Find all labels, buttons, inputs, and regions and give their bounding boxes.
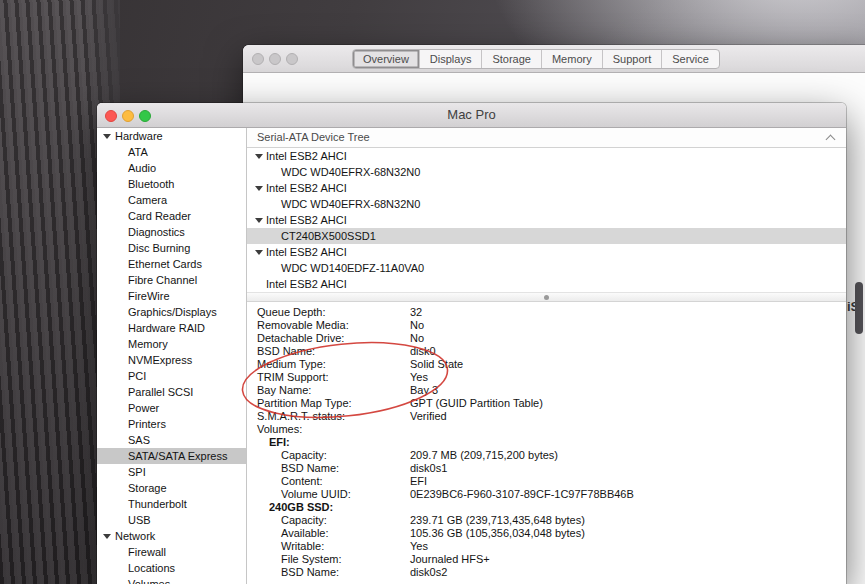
tree-row-intel-esb2-ahci[interactable]: Intel ESB2 AHCI xyxy=(247,148,846,164)
sidebar-item-camera[interactable]: Camera xyxy=(97,192,246,208)
sidebar-section-hardware[interactable]: Hardware xyxy=(97,128,246,144)
detail-value: 105.36 GB (105,356,034,048 bytes) xyxy=(410,527,585,540)
sidebar-item-graphics-displays[interactable]: Graphics/Displays xyxy=(97,304,246,320)
tab-displays[interactable]: Displays xyxy=(420,50,483,68)
details-pane[interactable]: Queue Depth:32Removable Media:NoDetachab… xyxy=(247,302,846,579)
close-button[interactable] xyxy=(105,110,117,122)
sidebar-list[interactable]: HardwareATAAudioBluetoothCameraCard Read… xyxy=(97,128,247,584)
sidebar-item-thunderbolt[interactable]: Thunderbolt xyxy=(97,496,246,512)
sidebar-item-usb[interactable]: USB xyxy=(97,512,246,528)
tab-support[interactable]: Support xyxy=(603,50,663,68)
sidebar-item-sas[interactable]: SAS xyxy=(97,432,246,448)
detail-value: No xyxy=(410,332,424,345)
sidebar-item-storage[interactable]: Storage xyxy=(97,480,246,496)
sidebar-item-bluetooth[interactable]: Bluetooth xyxy=(97,176,246,192)
titlebar[interactable]: Mac Pro xyxy=(97,103,846,128)
sidebar-item-locations[interactable]: Locations xyxy=(97,560,246,576)
tree-row-wdc-wd140edfz-11a0va0[interactable]: WDC WD140EDFZ-11A0VA0 xyxy=(247,260,846,276)
sidebar-section-network[interactable]: Network xyxy=(97,528,246,544)
sidebar-item-volumes[interactable]: Volumes xyxy=(97,576,246,584)
device-tree-title: Serial-ATA Device Tree xyxy=(257,131,370,143)
pane-splitter[interactable] xyxy=(247,292,846,302)
detail-value: Yes xyxy=(410,540,428,553)
zoom-button[interactable] xyxy=(139,110,151,122)
sidebar-item-ethernet-cards[interactable]: Ethernet Cards xyxy=(97,256,246,272)
detail-row-s-m-a-r-t-status: S.M.A.R.T. status:Verified xyxy=(247,410,846,423)
detail-label: Writable: xyxy=(247,540,846,553)
sidebar-item-parallel-scsi[interactable]: Parallel SCSI xyxy=(97,384,246,400)
sidebar-item-pci[interactable]: PCI xyxy=(97,368,246,384)
sidebar-item-card-reader[interactable]: Card Reader xyxy=(97,208,246,224)
sidebar-item-printers[interactable]: Printers xyxy=(97,416,246,432)
minimize-button[interactable] xyxy=(122,110,134,122)
tree-row-wdc-wd40efrx-68n32n0[interactable]: WDC WD40EFRX-68N32N0 xyxy=(247,164,846,180)
sidebar-item-diagnostics[interactable]: Diagnostics xyxy=(97,224,246,240)
disclosure-triangle-icon[interactable] xyxy=(103,534,111,539)
device-tree-header: Serial-ATA Device Tree xyxy=(247,128,846,148)
detail-value: disk0s2 xyxy=(410,566,447,579)
detail-row-bsd-name: BSD Name:disk0 xyxy=(247,345,846,358)
detail-value: Bay 3 xyxy=(410,384,438,397)
detail-row-trim-support: TRIM Support:Yes xyxy=(247,371,846,384)
detail-row-capacity: Capacity:239.71 GB (239,713,435,648 byte… xyxy=(247,514,846,527)
detail-label: File System: xyxy=(247,553,846,566)
system-information-window: Mac Pro HardwareATAAudioBluetoothCameraC… xyxy=(97,103,846,584)
sidebar-item-hardware-raid[interactable]: Hardware RAID xyxy=(97,320,246,336)
zoom-button[interactable] xyxy=(286,53,298,65)
detail-row-removable-media: Removable Media:No xyxy=(247,319,846,332)
sidebar-item-nvmexpress[interactable]: NVMExpress xyxy=(97,352,246,368)
detail-row-bsd-name: BSD Name:disk0s2 xyxy=(247,566,846,579)
sidebar-item-label: FireWire xyxy=(128,288,170,304)
disclosure-triangle-icon[interactable] xyxy=(255,218,263,223)
minimize-button[interactable] xyxy=(269,53,281,65)
about-titlebar[interactable]: OverviewDisplaysStorageMemorySupportServ… xyxy=(243,45,865,73)
detail-value: disk0s1 xyxy=(410,462,447,475)
detail-value: Verified xyxy=(410,410,447,423)
tab-overview[interactable]: Overview xyxy=(353,50,420,68)
tree-row-intel-esb2-ahci[interactable]: Intel ESB2 AHCI xyxy=(247,244,846,260)
detail-row-detachable-drive: Detachable Drive:No xyxy=(247,332,846,345)
detail-value: GPT (GUID Partition Table) xyxy=(410,397,543,410)
sidebar-item-audio[interactable]: Audio xyxy=(97,160,246,176)
detail-label: BSD Name: xyxy=(247,345,846,358)
collapse-chevron-icon[interactable] xyxy=(826,135,836,145)
tree-row-intel-esb2-ahci[interactable]: Intel ESB2 AHCI xyxy=(247,212,846,228)
device-tree-list[interactable]: Intel ESB2 AHCIWDC WD40EFRX-68N32N0Intel… xyxy=(247,148,846,292)
detail-row-partition-map-type: Partition Map Type:GPT (GUID Partition T… xyxy=(247,397,846,410)
disclosure-triangle-icon[interactable] xyxy=(255,154,263,159)
tree-row-wdc-wd40efrx-68n32n0[interactable]: WDC WD40EFRX-68N32N0 xyxy=(247,196,846,212)
detail-label: Detachable Drive: xyxy=(247,332,846,345)
detail-row-capacity: Capacity:209.7 MB (209,715,200 bytes) xyxy=(247,449,846,462)
sidebar-item-label: Thunderbolt xyxy=(128,496,187,512)
disclosure-triangle-icon[interactable] xyxy=(103,134,111,139)
about-toolbar-tabs: OverviewDisplaysStorageMemorySupportServ… xyxy=(352,49,720,69)
sidebar-item-spi[interactable]: SPI xyxy=(97,464,246,480)
sidebar-item-label: ATA xyxy=(128,144,148,160)
tree-row-intel-esb2-ahci[interactable]: Intel ESB2 AHCI xyxy=(247,276,846,292)
sidebar-item-ata[interactable]: ATA xyxy=(97,144,246,160)
sidebar-item-power[interactable]: Power xyxy=(97,400,246,416)
tab-storage[interactable]: Storage xyxy=(482,50,542,68)
scrollbar-thumb[interactable] xyxy=(855,282,863,334)
tree-row-ct240bx500ssd1[interactable]: CT240BX500SSD1 xyxy=(247,228,846,244)
tree-row-label: WDC WD40EFRX-68N32N0 xyxy=(281,164,420,180)
close-button[interactable] xyxy=(252,53,264,65)
sidebar-item-label: Camera xyxy=(128,192,167,208)
window-title: Mac Pro xyxy=(97,103,846,127)
sidebar-item-disc-burning[interactable]: Disc Burning xyxy=(97,240,246,256)
tab-service[interactable]: Service xyxy=(662,50,719,68)
sidebar-item-firewire[interactable]: FireWire xyxy=(97,288,246,304)
tree-row-label: Intel ESB2 AHCI xyxy=(266,244,347,260)
sidebar-item-fibre-channel[interactable]: Fibre Channel xyxy=(97,272,246,288)
sidebar-item-label: Audio xyxy=(128,160,156,176)
sidebar-item-firewall[interactable]: Firewall xyxy=(97,544,246,560)
tree-row-intel-esb2-ahci[interactable]: Intel ESB2 AHCI xyxy=(247,180,846,196)
sidebar-item-memory[interactable]: Memory xyxy=(97,336,246,352)
disclosure-triangle-icon[interactable] xyxy=(255,186,263,191)
detail-value: EFI xyxy=(410,475,427,488)
disclosure-triangle-icon[interactable] xyxy=(255,250,263,255)
sidebar-item-sata-sata-express[interactable]: SATA/SATA Express xyxy=(97,448,246,464)
tab-memory[interactable]: Memory xyxy=(542,50,603,68)
sidebar-item-label: SAS xyxy=(128,432,150,448)
sidebar-section-label: Hardware xyxy=(115,128,163,144)
